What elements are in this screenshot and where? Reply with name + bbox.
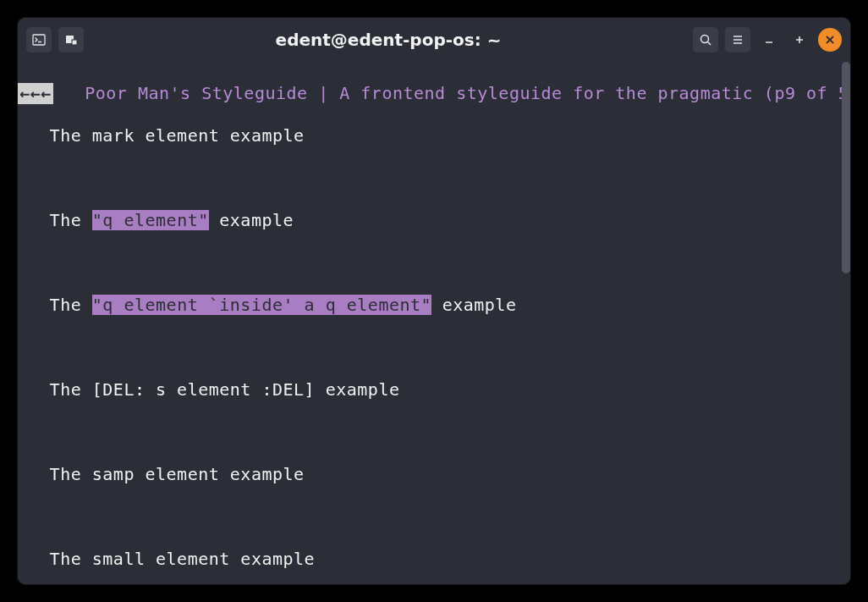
text-line: The "q element" example	[18, 210, 850, 231]
text-line: The samp element example	[18, 464, 850, 485]
terminal-viewport[interactable]: ←←← Poor Man's Styleguide | A frontend s…	[18, 62, 850, 584]
q-nested-highlight: "q element `inside' a q element"	[92, 295, 431, 315]
page-header: Poor Man's Styleguide | A frontend style…	[53, 83, 851, 103]
terminal-icon-button[interactable]	[26, 27, 52, 52]
scrollbar[interactable]	[842, 62, 850, 584]
back-arrow-icon[interactable]: ←←←	[18, 83, 53, 104]
menu-button[interactable]	[725, 27, 750, 52]
terminal-window: edent@edent-pop-os: ~ ←←← Poor Man's Sty…	[17, 17, 851, 585]
svg-point-4	[701, 36, 709, 43]
text-line: The small element example	[18, 549, 850, 570]
svg-rect-0	[33, 35, 45, 45]
window-title: edent@edent-pop-os: ~	[91, 30, 686, 50]
titlebar-right	[693, 27, 842, 52]
blank-line	[18, 252, 850, 273]
search-button[interactable]	[693, 27, 718, 52]
text-line: The "q element `inside' a q element" exa…	[18, 295, 850, 316]
titlebar: edent@edent-pop-os: ~	[18, 18, 850, 62]
close-button[interactable]	[818, 28, 842, 52]
scroll-thumb[interactable]	[842, 62, 850, 273]
minimize-button[interactable]	[757, 28, 781, 52]
maximize-button[interactable]	[788, 28, 811, 52]
blank-line	[18, 422, 850, 443]
titlebar-left	[26, 27, 84, 52]
new-tab-button[interactable]	[58, 27, 84, 52]
svg-line-5	[708, 42, 711, 46]
text-line: The [DEL: s element :DEL] example	[18, 379, 850, 400]
blank-line	[18, 506, 850, 527]
blank-line	[18, 337, 850, 358]
text-line: The mark element example	[18, 125, 850, 146]
q-element-highlight: "q element"	[92, 210, 209, 230]
blank-line	[18, 168, 850, 189]
svg-rect-3	[72, 40, 77, 45]
terminal-content: ←←← Poor Man's Styleguide | A frontend s…	[18, 62, 850, 584]
